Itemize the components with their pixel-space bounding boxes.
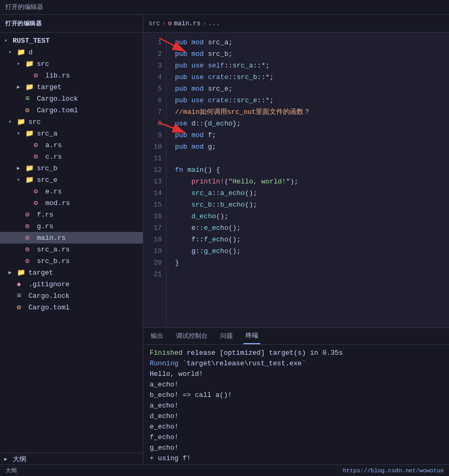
line-numbers: 12345 678910 1112131415 1617181920 21 bbox=[143, 33, 167, 327]
file-icon: ⚙ bbox=[34, 199, 43, 207]
sidebar-item-label: src_a.rs bbox=[37, 246, 143, 254]
breadcrumb-filename: main.rs bbox=[174, 20, 200, 27]
terminal-line: f_echo! bbox=[150, 432, 443, 443]
sidebar-item-label: src_b.rs bbox=[37, 257, 143, 265]
terminal-line: e_echo! bbox=[150, 422, 443, 432]
breadcrumb-sep2: › bbox=[202, 20, 206, 27]
folder-icon: 📁 bbox=[25, 164, 35, 172]
sidebar-item-cargo-toml-d[interactable]: ⚙ Cargo.toml bbox=[0, 104, 143, 116]
sidebar-item-c-rs[interactable]: ⚙ c.rs bbox=[0, 151, 143, 162]
folder-icon: 📁 bbox=[17, 118, 26, 126]
sidebar-item-src-e[interactable]: ▾ 📁 src_e bbox=[0, 174, 143, 186]
breadcrumb: src › ⚙ main.rs › ... bbox=[149, 20, 220, 27]
terminal-line: a_echo! bbox=[150, 401, 443, 411]
chevron-icon: ▾ bbox=[17, 61, 25, 67]
sidebar-item-label: Cargo.toml bbox=[37, 106, 143, 114]
file-icon: ⚙ bbox=[25, 257, 35, 265]
sidebar-item-target[interactable]: ▶ 📁 target bbox=[0, 267, 143, 278]
chevron-icon: ▾ bbox=[8, 119, 17, 125]
sidebar-item-g-rs[interactable]: ⚙ g.rs bbox=[0, 220, 143, 232]
sidebar-item-label: Cargo.lock bbox=[37, 95, 143, 103]
top-bar: 打开的编辑器 bbox=[0, 0, 449, 15]
sidebar-item-main-rs[interactable]: ⚙ main.rs bbox=[0, 232, 143, 244]
folder-icon: 📁 bbox=[17, 268, 26, 277]
breadcrumb-sep: › bbox=[162, 20, 166, 27]
sidebar-item-src-a[interactable]: ▾ 📁 src_a bbox=[0, 128, 143, 139]
file-icon: ⚙ bbox=[17, 303, 26, 312]
sidebar-item-label: e.rs bbox=[45, 188, 143, 196]
file-icon: ⚙ bbox=[34, 71, 43, 80]
editor-area: src › ⚙ main.rs › ... 12345 678910 11121… bbox=[143, 15, 449, 464]
tab-problems[interactable]: 问题 bbox=[218, 328, 235, 344]
file-icon: ⚙ bbox=[34, 141, 43, 149]
tab-terminal[interactable]: 终端 bbox=[243, 328, 260, 344]
terminal-panel: 输出 调试控制台 问题 终端 Finished release [optimiz… bbox=[143, 327, 449, 464]
sidebar-item-e-rs[interactable]: ⚙ e.rs bbox=[0, 186, 143, 197]
chevron-icon: ▾ bbox=[17, 177, 25, 183]
sidebar-item-label: src_e bbox=[37, 176, 143, 184]
sidebar-item-label: c.rs bbox=[45, 153, 143, 161]
tab-debug-console[interactable]: 调试控制台 bbox=[174, 328, 210, 344]
file-icon: ◆ bbox=[17, 280, 26, 288]
file-icon: ⚙ bbox=[25, 222, 35, 230]
chevron-icon: ▾ bbox=[4, 37, 13, 44]
folder-icon: 📁 bbox=[25, 60, 35, 68]
sidebar-item-target-d[interactable]: ▶ 📁 target bbox=[0, 81, 143, 93]
tab-output[interactable]: 输出 bbox=[149, 328, 165, 344]
terminal-line: + using f! bbox=[150, 453, 443, 464]
sidebar-item-src[interactable]: ▾ 📁 src bbox=[0, 116, 143, 128]
sidebar-item-src-b-rs[interactable]: ⚙ src_b.rs bbox=[0, 255, 143, 267]
bottom-left: 大纲 bbox=[5, 467, 17, 474]
sidebar-item-src-d[interactable]: ▾ 📁 src bbox=[0, 58, 143, 70]
sidebar-item-label: mod.rs bbox=[45, 199, 143, 207]
sidebar-item-outline[interactable]: ▶ 大纲 bbox=[0, 453, 143, 464]
sidebar-item-label: d bbox=[28, 48, 143, 56]
breadcrumb-ellipsis: ... bbox=[209, 20, 220, 27]
sidebar-tree[interactable]: ▾ RUST_TEST ▾ 📁 d ▾ 📁 src ⚙ lib.rs ▶ 📁 bbox=[0, 33, 143, 453]
sidebar-item-mod-rs[interactable]: ⚙ mod.rs bbox=[0, 197, 143, 209]
sidebar-item-label: .gitignore bbox=[28, 280, 143, 288]
sidebar-item-src-b[interactable]: ▶ 📁 src_b bbox=[0, 162, 143, 174]
folder-icon: 📁 bbox=[25, 176, 35, 184]
sidebar-item-label: src_b bbox=[37, 164, 143, 172]
sidebar-item-label: Cargo.toml bbox=[28, 304, 143, 312]
bottom-bar: 大纲 https://blog.csdn.net/wowotuo bbox=[0, 464, 449, 476]
file-icon: ⚙ bbox=[34, 152, 43, 161]
sidebar-item-label: f.rs bbox=[37, 211, 143, 219]
file-icon: ⚙ bbox=[25, 234, 35, 242]
folder-icon: 📁 bbox=[25, 83, 35, 91]
sidebar-item-label: src_a bbox=[37, 130, 143, 138]
bottom-right: https://blog.csdn.net/wowotuo bbox=[343, 468, 444, 474]
chevron-icon: ▶ bbox=[17, 84, 25, 90]
sidebar-item-f-rs[interactable]: ⚙ f.rs bbox=[0, 209, 143, 220]
code-editor[interactable]: 12345 678910 1112131415 1617181920 21 pu… bbox=[143, 33, 449, 327]
chevron-icon: ▾ bbox=[8, 49, 17, 55]
sidebar: 打开的编辑器 ▾ RUST_TEST ▾ 📁 d ▾ 📁 src ⚙ lib. bbox=[0, 15, 143, 464]
sidebar-item-label: a.rs bbox=[45, 141, 143, 149]
sidebar-item-label: lib.rs bbox=[45, 72, 143, 80]
code-content: pub mod src_a; pub mod src_b; pub use se… bbox=[167, 33, 449, 327]
sidebar-item-gitignore[interactable]: ◆ .gitignore bbox=[0, 278, 143, 290]
file-icon: ⚙ bbox=[25, 245, 35, 254]
sidebar-item-d[interactable]: ▾ 📁 d bbox=[0, 46, 143, 58]
terminal-line: d_echo! bbox=[150, 411, 443, 422]
chevron-icon: ▾ bbox=[17, 130, 25, 137]
breadcrumb-file-icon: ⚙ bbox=[168, 20, 172, 27]
sidebar-item-cargo-lock[interactable]: ≡ Cargo.lock bbox=[0, 290, 143, 302]
chevron-icon: ▶ bbox=[4, 456, 13, 462]
sidebar-item-rust-test[interactable]: ▾ RUST_TEST bbox=[0, 35, 143, 46]
top-bar-label: 打开的编辑器 bbox=[5, 3, 43, 12]
terminal-content[interactable]: Finished release [optimized] target(s) i… bbox=[143, 345, 449, 464]
sidebar-item-a-rs[interactable]: ⚙ a.rs bbox=[0, 139, 143, 151]
editor-tabs: src › ⚙ main.rs › ... bbox=[143, 15, 449, 33]
terminal-line: Finished release [optimized] target(s) i… bbox=[150, 348, 443, 358]
sidebar-item-label: main.rs bbox=[37, 234, 143, 242]
sidebar-item-label: Cargo.lock bbox=[28, 292, 143, 300]
sidebar-item-cargo-lock-d[interactable]: ≡ Cargo.lock bbox=[0, 93, 143, 104]
chevron-icon: ▶ bbox=[17, 165, 25, 171]
panel-tabs: 输出 调试控制台 问题 终端 bbox=[143, 328, 449, 345]
sidebar-item-lib-rs[interactable]: ⚙ lib.rs bbox=[0, 70, 143, 81]
sidebar-item-src-a-rs[interactable]: ⚙ src_a.rs bbox=[0, 244, 143, 255]
terminal-line: b_echo! => call a()! bbox=[150, 390, 443, 401]
sidebar-item-cargo-toml[interactable]: ⚙ Cargo.toml bbox=[0, 302, 143, 313]
